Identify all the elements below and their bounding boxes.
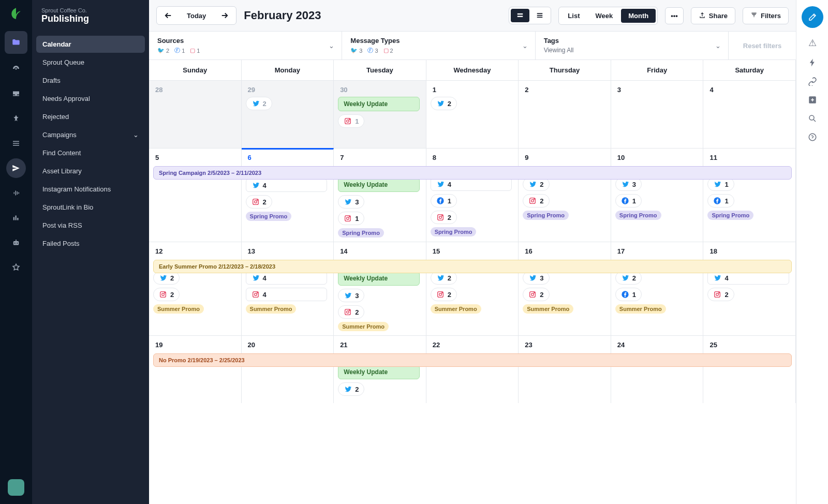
sidebar-item-drafts[interactable]: Drafts (36, 72, 145, 89)
calendar-day[interactable]: 24 (611, 336, 704, 403)
calendar-day[interactable]: 30Weekly Update1 (334, 81, 426, 148)
calendar-day[interactable]: 1842 (703, 242, 796, 335)
filter-types[interactable]: Message Types 🐦3 Ⓕ3 ▢2 ⌄ (342, 32, 535, 60)
calendar-day[interactable]: 20 (242, 336, 334, 403)
view-list[interactable]: List (560, 9, 587, 23)
bolt-icon[interactable] (808, 58, 817, 67)
calendar-day[interactable]: 1721Summer Promo (611, 242, 704, 335)
nav-gauge-icon[interactable] (6, 59, 26, 79)
user-avatar[interactable] (8, 479, 24, 496)
calendar-day[interactable]: 1522Summer Promo (426, 242, 519, 335)
reset-filters[interactable]: Reset filters (729, 32, 796, 60)
post-count-chip[interactable]: 2 (523, 194, 549, 207)
sidebar-item-asset-library[interactable]: Asset Library (36, 162, 145, 180)
promo-tag[interactable]: Spring Promo (707, 211, 753, 220)
calendar-day[interactable]: 28 (149, 81, 242, 148)
event-pill[interactable]: Weekly Update (338, 365, 420, 379)
sidebar-item-post-via-rss[interactable]: Post via RSS (36, 217, 145, 234)
calendar-day[interactable]: 1222Summer Promo (149, 242, 242, 335)
post-count-chip[interactable]: 2 (431, 97, 457, 110)
post-count-chip[interactable]: 2 (523, 288, 549, 301)
today-button[interactable]: Today (180, 12, 213, 20)
calendar-day[interactable]: 22 (426, 336, 519, 403)
nav-list-icon[interactable] (6, 134, 26, 153)
post-count-chip[interactable]: 1 (431, 194, 457, 207)
calendar-day[interactable]: 21Weekly Update2 (334, 336, 426, 403)
post-count-chip[interactable]: 2 (338, 305, 364, 319)
nav-folder-icon[interactable] (5, 31, 27, 54)
density-comfort[interactable] (511, 9, 529, 22)
promo-tag[interactable]: Spring Promo (615, 211, 661, 220)
campaign-banner[interactable]: Early Summer Promo 2/12/2023 – 2/18/2023 (153, 260, 792, 273)
calendar-day[interactable]: 2 (519, 81, 611, 148)
calendar-day[interactable]: 292 (242, 81, 334, 148)
alert-icon[interactable]: ⚠ (808, 37, 817, 49)
nav-chart-icon[interactable] (6, 208, 26, 228)
post-count-chip[interactable]: 1 (615, 288, 642, 301)
calendar-day[interactable]: 1031Spring Promo (611, 149, 704, 242)
calendar-day[interactable]: 1344Summer Promo (242, 242, 334, 335)
sidebar-item-failed-posts[interactable]: Failed Posts (36, 235, 145, 252)
nav-send-icon[interactable] (6, 158, 26, 178)
promo-tag[interactable]: Summer Promo (523, 304, 573, 314)
link-icon[interactable] (808, 77, 817, 86)
promo-tag[interactable]: Summer Promo (338, 322, 389, 331)
calendar-day[interactable]: 23 (519, 336, 611, 403)
post-count-chip[interactable]: 2 (338, 382, 364, 396)
event-pill[interactable]: Weekly Update (338, 271, 420, 286)
post-count-chip[interactable]: 3 (338, 289, 364, 302)
nav-pin-icon[interactable] (6, 109, 26, 128)
nav-inbox-icon[interactable] (6, 84, 26, 103)
calendar-day[interactable]: 14Weekly Update32Summer Promo (334, 242, 426, 335)
calendar-day[interactable]: 922Spring Promo (519, 149, 611, 242)
sidebar-item-rejected[interactable]: Rejected (36, 108, 145, 125)
add-icon[interactable] (808, 95, 817, 105)
promo-tag[interactable]: Spring Promo (246, 212, 292, 221)
calendar-day[interactable]: 12 (426, 81, 519, 148)
sidebar-item-campaigns[interactable]: Campaigns⌄ (36, 126, 145, 143)
sidebar-item-find-content[interactable]: Find Content (36, 144, 145, 161)
nav-audio-icon[interactable] (6, 183, 26, 203)
event-pill[interactable]: Weekly Update (338, 177, 420, 192)
sidebar-item-needs-approval[interactable]: Needs Approval (36, 90, 145, 107)
calendar-day[interactable]: 1632Summer Promo (519, 242, 611, 335)
more-button[interactable]: ••• (665, 7, 684, 24)
next-button[interactable] (213, 7, 236, 24)
promo-tag[interactable]: Summer Promo (431, 304, 481, 314)
post-count-chip[interactable]: 1 (707, 194, 734, 207)
promo-tag[interactable]: Spring Promo (523, 211, 569, 220)
calendar-day[interactable]: 1111Spring Promo (703, 149, 796, 242)
calendar-day[interactable]: 642Spring Promo (242, 148, 334, 242)
event-pill[interactable]: Weekly Update (338, 97, 420, 111)
calendar-day[interactable]: 19 (149, 336, 242, 403)
promo-tag[interactable]: Summer Promo (153, 304, 204, 314)
share-button[interactable]: Share (691, 7, 735, 24)
post-count-chip[interactable]: 2 (431, 211, 457, 224)
help-icon[interactable] (808, 132, 817, 142)
post-count-chip[interactable]: 1 (338, 114, 364, 128)
promo-tag[interactable]: Summer Promo (246, 304, 297, 314)
search-icon[interactable] (808, 114, 817, 123)
compose-button[interactable] (802, 6, 823, 28)
promo-tag[interactable]: Spring Promo (431, 227, 477, 236)
post-count-chip[interactable]: 2 (153, 288, 180, 301)
post-count-chip[interactable]: 2 (431, 288, 457, 301)
calendar-day[interactable]: 5 (149, 149, 242, 242)
post-count-chip[interactable]: 4 (246, 179, 328, 192)
post-count-chip[interactable]: 2 (246, 97, 272, 110)
calendar-day[interactable]: 3 (611, 81, 704, 148)
filter-sources[interactable]: Sources 🐦2 Ⓕ1 ▢1 ⌄ (149, 32, 342, 60)
post-count-chip[interactable]: 1 (615, 194, 642, 207)
calendar-day[interactable]: 4 (703, 81, 796, 148)
view-week[interactable]: Week (588, 9, 620, 23)
promo-tag[interactable]: Spring Promo (338, 228, 384, 238)
density-compact[interactable] (530, 9, 549, 22)
promo-tag[interactable]: Summer Promo (615, 304, 666, 314)
post-count-chip[interactable]: 1 (338, 212, 364, 225)
nav-bot-icon[interactable] (6, 233, 26, 253)
campaign-banner[interactable]: No Promo 2/19/2023 – 2/25/2023 (153, 353, 792, 367)
nav-star-icon[interactable] (6, 258, 26, 277)
post-count-chip[interactable]: 3 (338, 195, 364, 209)
campaign-banner[interactable]: Spring Campaign 2/5/2023 – 2/11/2023 (153, 166, 792, 180)
calendar-day[interactable]: 8412Spring Promo (426, 149, 519, 242)
